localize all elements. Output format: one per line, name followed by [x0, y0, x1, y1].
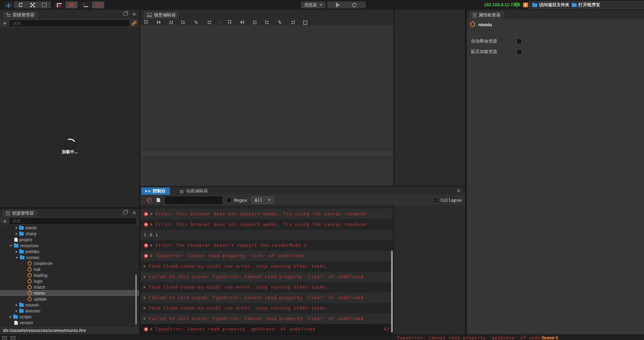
- regex-checkbox[interactable]: [226, 198, 232, 203]
- expand-arrow-icon[interactable]: [10, 316, 12, 318]
- same-size-icon[interactable]: [303, 20, 307, 24]
- statusbar-last-error[interactable]: TypeError: Cannot read property 'getScen…: [397, 335, 555, 340]
- scale-tool-button[interactable]: [27, 1, 38, 8]
- tree-item-project[interactable]: project: [0, 237, 139, 243]
- clear-logs-icon[interactable]: [147, 198, 152, 203]
- collapse-arrow-icon[interactable]: [15, 257, 18, 259]
- distribute-vcenter-icon[interactable]: [240, 20, 245, 24]
- open-log-file-icon[interactable]: [157, 198, 160, 202]
- panel-menu-icon[interactable]: ≡: [457, 189, 460, 192]
- distribute-hcenter-icon[interactable]: [278, 20, 282, 24]
- tree-item-wanfa[interactable]: wanfa: [0, 225, 139, 231]
- tree-item-scenes[interactable]: scenes: [0, 254, 139, 260]
- tree-item-update[interactable]: update: [0, 296, 139, 302]
- tab-console[interactable]: ≡ 控制台: [141, 187, 170, 195]
- tree-item-loading[interactable]: loading: [0, 272, 139, 278]
- log-level-dropdown[interactable]: All: [252, 197, 274, 204]
- log-row[interactable]: Error: The renderer doesn't support the …: [140, 240, 393, 251]
- hierarchy-search-input[interactable]: [10, 20, 129, 26]
- status-grid-icon[interactable]: [2, 336, 7, 340]
- open-project-folder-button[interactable]: 访问项目文件夹: [529, 1, 573, 9]
- notification-badge[interactable]: 0: [523, 2, 528, 7]
- tree-item-niuniu[interactable]: niuniu: [0, 290, 139, 296]
- assets-search-input[interactable]: [10, 218, 136, 224]
- tree-item-resources[interactable]: resources: [0, 243, 139, 249]
- local-coord-button[interactable]: [79, 1, 92, 9]
- tab-inspector[interactable]: 属性检查器: [469, 11, 504, 19]
- scene-splitter-bar[interactable]: [141, 150, 393, 157]
- console-scrollbar[interactable]: [391, 251, 393, 332]
- rotate-tool-button[interactable]: [15, 1, 27, 8]
- tree-item-hall[interactable]: hall: [0, 266, 139, 272]
- log-row[interactable]: Failed to init scene: TypeError: Cannot …: [140, 293, 393, 303]
- float-panel-icon[interactable]: [123, 12, 127, 16]
- log-row[interactable]: TypeError: Cannot read property 'size' o…: [140, 251, 393, 261]
- expand-arrow-icon[interactable]: [151, 328, 152, 331]
- world-coord-button[interactable]: [92, 1, 104, 8]
- open-program-button[interactable]: 打开程序安: [569, 1, 644, 9]
- status-panel-icon[interactable]: [10, 336, 15, 340]
- expand-arrow-icon[interactable]: [151, 254, 152, 257]
- refresh-icon[interactable]: [352, 2, 357, 8]
- expand-arrow-icon[interactable]: [16, 250, 17, 253]
- distribute-right-icon[interactable]: [290, 20, 295, 24]
- log-row[interactable]: Task [load-scene-by-uuid] run error, sto…: [140, 261, 393, 272]
- add-node-button[interactable]: +: [0, 20, 10, 26]
- move-tool-button[interactable]: [3, 1, 14, 9]
- tree-item-sounds[interactable]: sounds: [0, 302, 139, 308]
- log-row[interactable]: Error: This browser does not support web…: [140, 219, 393, 230]
- tree-item-zhanji[interactable]: zhanji: [0, 231, 139, 237]
- tab-assets[interactable]: 资源管理器: [2, 209, 38, 217]
- tree-item-scripts[interactable]: scripts: [0, 314, 139, 320]
- expand-arrow-icon[interactable]: [144, 286, 145, 289]
- expand-arrow-icon[interactable]: [16, 304, 17, 306]
- link-scene-icon[interactable]: [132, 21, 137, 26]
- tree-item-login[interactable]: login: [0, 278, 139, 284]
- expand-arrow-icon[interactable]: [16, 310, 17, 312]
- tab-hierarchy[interactable]: 层级管理器: [2, 11, 38, 19]
- expand-arrow-icon[interactable]: [151, 223, 152, 226]
- console-filter-input[interactable]: [165, 197, 222, 204]
- expand-arrow-icon[interactable]: [144, 265, 145, 268]
- add-asset-button[interactable]: +: [0, 218, 10, 224]
- tab-animation-editor[interactable]: ▤ 动画编辑器: [175, 187, 212, 195]
- log-row[interactable]: TypeError: Cannot read property 'getScen…: [140, 324, 393, 334]
- align-bottom-icon[interactable]: [169, 20, 173, 24]
- expand-arrow-icon[interactable]: [144, 307, 145, 310]
- expand-arrow-icon[interactable]: [144, 317, 145, 320]
- preview-target-dropdown[interactable]: 浏览器: [301, 1, 325, 8]
- log-row[interactable]: Error: This browser does not support web…: [140, 209, 393, 219]
- auto-release-checkbox[interactable]: [517, 39, 522, 44]
- tree-item-match[interactable]: match: [0, 284, 139, 290]
- log-row[interactable]: Task [load-scene-by-uuid] run error, sto…: [140, 303, 393, 313]
- snap-toggle-button[interactable]: [66, 1, 77, 8]
- tree-item-version[interactable]: version: [0, 320, 139, 326]
- collapse-checkbox[interactable]: [433, 198, 438, 203]
- tree-item-createrole[interactable]: createrole: [0, 260, 139, 266]
- expand-arrow-icon[interactable]: [151, 244, 152, 247]
- tree-item-textures[interactable]: textures: [0, 308, 139, 314]
- assets-scrollbar[interactable]: [135, 275, 137, 325]
- pivot-toggle-button[interactable]: [53, 1, 66, 9]
- align-hcenter-icon[interactable]: [194, 20, 199, 24]
- scene-canvas[interactable]: [140, 25, 394, 186]
- delay-load-checkbox[interactable]: [517, 49, 522, 54]
- log-row[interactable]: Task [load-scene-by-uuid] run error, sto…: [140, 282, 393, 293]
- tab-scene-editor[interactable]: 场景编辑器: [143, 11, 180, 19]
- float-panel-icon[interactable]: [123, 211, 127, 214]
- distribute-left-icon[interactable]: [265, 20, 270, 24]
- align-right-icon[interactable]: [207, 20, 211, 24]
- log-row[interactable]: 1.6.1: [140, 230, 393, 240]
- log-row[interactable]: Failed to init scene: TypeError: Cannot …: [140, 313, 393, 324]
- rect-tool-button[interactable]: [38, 1, 50, 8]
- panel-menu-icon[interactable]: ≡: [133, 12, 136, 16]
- align-top-icon[interactable]: [144, 20, 148, 24]
- log-row[interactable]: Failed to init scene: TypeError: Cannot …: [140, 272, 393, 282]
- hierarchy-body[interactable]: 加载中...: [0, 28, 139, 207]
- play-icon[interactable]: [336, 2, 340, 7]
- distribute-top-icon[interactable]: [227, 20, 232, 24]
- panel-menu-icon[interactable]: ≡: [133, 211, 136, 214]
- collapse-arrow-icon[interactable]: [9, 245, 12, 247]
- expand-arrow-icon[interactable]: [151, 213, 152, 215]
- expand-arrow-icon[interactable]: [16, 232, 17, 235]
